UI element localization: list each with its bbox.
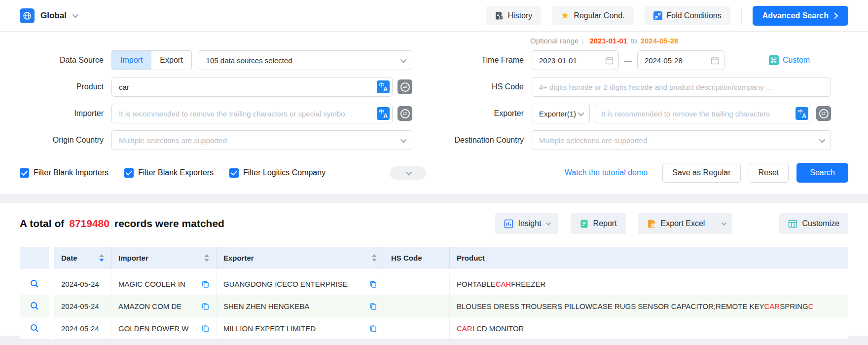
header-product: Product — [450, 247, 848, 269]
origin-country-select[interactable]: Multiple selections are supported — [111, 130, 412, 150]
fold-conditions-button[interactable]: Fold Conditions — [645, 6, 730, 25]
filter-blank-importers-label: Filter Blank Importers — [34, 168, 108, 177]
sort-icon[interactable] — [204, 254, 209, 262]
export-excel-button[interactable]: Export Excel — [638, 213, 714, 234]
translate-icon[interactable]: 中A — [377, 107, 390, 120]
history-button[interactable]: History — [486, 6, 542, 25]
match-mode-icon[interactable]: ⇄ — [398, 79, 412, 94]
row-hs-code — [384, 273, 450, 295]
destination-country-select[interactable]: Multiple selections are supported — [532, 130, 831, 150]
sort-icon[interactable] — [372, 254, 377, 262]
copy-importer-button[interactable] — [202, 303, 209, 310]
copy-exporter-button[interactable] — [369, 325, 377, 332]
save-as-regular-button[interactable]: Save as Regular — [662, 163, 740, 183]
translate-icon[interactable]: 中A — [796, 107, 808, 120]
copy-icon — [202, 325, 209, 332]
table-row: 2024-05-24MAGIC COOLER INGUANGDONG ICECO… — [20, 273, 848, 295]
filter-blank-exporters-checkbox[interactable]: Filter Blank Exporters — [124, 168, 214, 178]
copy-exporter-button[interactable] — [369, 280, 377, 288]
chevron-down-icon — [819, 136, 826, 143]
hs-code-input[interactable] — [532, 77, 831, 97]
copy-exporter-button[interactable] — [369, 303, 377, 310]
copy-icon — [202, 280, 209, 288]
tutorial-link[interactable]: Watch the tutorial demo — [565, 168, 648, 177]
export-excel-split-button: Export Excel — [638, 213, 733, 234]
report-label: Report — [593, 219, 617, 228]
optional-range-hint: Optional range： 2021-01-01 to 2024-05-28 — [530, 37, 678, 46]
row-product: PORTABLE CAR FREEZER — [450, 273, 848, 295]
copy-icon — [202, 303, 209, 310]
row-importer[interactable]: AMAZON COM DE — [111, 295, 217, 317]
expand-conditions-button[interactable] — [390, 166, 426, 180]
region-selector[interactable]: Global — [20, 8, 77, 23]
match-mode-icon[interactable]: ⇄ — [816, 106, 831, 121]
results-prefix: A total of — [20, 218, 64, 230]
data-sources-select[interactable]: 105 data sources selected — [199, 50, 412, 70]
row-exporter[interactable]: SHEN ZHEN HENGKEBA — [217, 295, 384, 317]
header-date-label: Date — [61, 254, 77, 262]
search-button[interactable]: Search — [796, 163, 848, 183]
copy-icon — [369, 303, 377, 310]
row-product: BLOUSES DRESS TROUSERS PILLOWCASE RUGS S… — [450, 295, 848, 317]
optional-range-to: 2024-05-28 — [641, 37, 679, 46]
translate-icon[interactable]: 中A — [377, 80, 390, 93]
calendar-icon — [605, 56, 614, 65]
start-date-input[interactable]: 2023-01-01 — [532, 50, 619, 70]
data-sources-value: 105 data sources selected — [206, 56, 292, 65]
checkbox-checked-icon — [20, 168, 29, 178]
column-gap — [49, 273, 54, 295]
excel-icon — [647, 219, 656, 229]
row-importer[interactable]: MAGIC COOLER IN — [111, 273, 217, 295]
customize-button[interactable]: Customize — [779, 213, 848, 234]
importer-input[interactable] — [111, 104, 393, 123]
header-importer[interactable]: Importer — [111, 247, 217, 269]
header-date[interactable]: Date — [54, 247, 111, 269]
row-detail-button[interactable] — [20, 273, 49, 295]
results-section: A total of 8719480 records were matched … — [0, 203, 868, 336]
filter-logistics-company-checkbox[interactable]: Filter Logitics Company — [229, 168, 326, 178]
row-exporter[interactable]: MILLION EXPERT LIMITED — [217, 317, 384, 340]
custom-range-link[interactable]: Custom — [769, 55, 810, 65]
exporter-type-select[interactable]: Exporter(1) — [532, 104, 590, 123]
end-date-input[interactable]: 2024-05-28 — [637, 50, 724, 70]
copy-icon — [369, 280, 377, 288]
filter-logistics-company-label: Filter Logitics Company — [243, 168, 326, 177]
filter-blank-importers-checkbox[interactable]: Filter Blank Importers — [20, 168, 108, 178]
advanced-search-button[interactable]: Advanced Search — [753, 6, 848, 26]
export-toggle[interactable]: Export — [151, 51, 191, 70]
optional-range-label: Optional range： — [530, 37, 586, 46]
chevron-right-icon — [833, 12, 838, 19]
row-date: 2024-05-24 — [54, 273, 111, 295]
row-product: CAR LCD MONITOR — [450, 317, 848, 340]
start-date-value: 2023-01-01 — [539, 56, 577, 65]
copy-importer-button[interactable] — [202, 325, 209, 332]
reset-button[interactable]: Reset — [749, 163, 789, 183]
table-header-row: Date Importer Exporter HS Code Product — [20, 247, 848, 269]
row-hs-code — [384, 295, 450, 317]
importer-label: Importer — [20, 109, 104, 118]
match-mode-icon[interactable]: ⇄ — [398, 106, 412, 121]
copy-importer-button[interactable] — [202, 280, 209, 288]
product-input[interactable] — [111, 77, 393, 97]
origin-country-placeholder: Multiple selections are supported — [119, 136, 227, 145]
time-frame-label: Time Frame — [434, 56, 524, 65]
column-gap — [49, 295, 54, 317]
insight-button[interactable]: Insight — [495, 213, 558, 234]
advanced-search-label: Advanced Search — [762, 11, 829, 20]
export-options-button[interactable] — [714, 213, 732, 234]
report-button[interactable]: Report — [571, 213, 626, 234]
import-toggle[interactable]: Import — [112, 51, 151, 70]
sort-icon[interactable] — [99, 254, 104, 262]
destination-country-label: Destination Country — [434, 136, 524, 145]
header-exporter[interactable]: Exporter — [217, 247, 384, 269]
row-detail-button[interactable] — [20, 317, 49, 340]
divider — [741, 8, 742, 23]
regular-cond-button[interactable]: ★ Regular Cond. — [552, 6, 633, 25]
exporter-input[interactable] — [594, 104, 811, 123]
header-hs-code: HS Code — [384, 247, 450, 269]
row-detail-button[interactable] — [20, 295, 49, 317]
row-exporter[interactable]: GUANGDONG ICECO ENTERPRISE — [217, 273, 384, 295]
chevron-down-icon — [400, 56, 407, 63]
row-importer[interactable]: GOLDEN POWER W — [111, 317, 217, 340]
export-excel-label: Export Excel — [661, 219, 705, 228]
